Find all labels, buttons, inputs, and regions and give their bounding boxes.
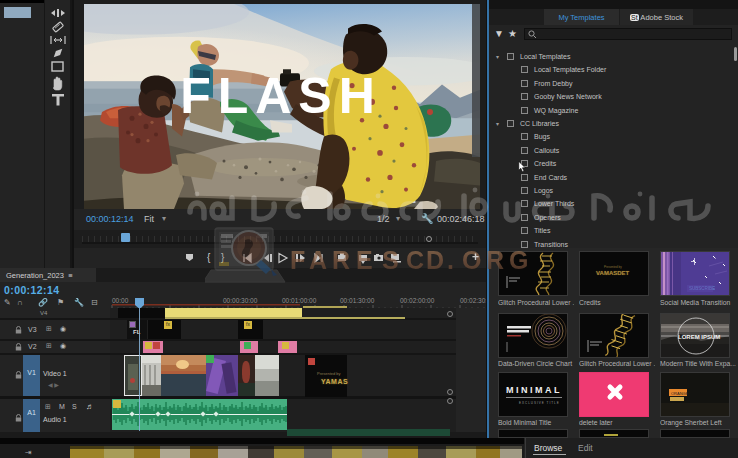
svg-text:{: { <box>207 252 211 263</box>
svg-text:ORANGE: ORANGE <box>671 391 689 396</box>
svg-text:LOREM IPSUM: LOREM IPSUM <box>678 334 720 340</box>
svg-text:00:00:30:00: 00:00:30:00 <box>223 297 258 304</box>
svg-text:00:02:00:00: 00:02:00:00 <box>400 297 435 304</box>
svg-text:00:01:00:00: 00:01:00:00 <box>282 297 317 304</box>
svg-text:}: } <box>221 252 225 263</box>
svg-text:00:01:30:00: 00:01:30:00 <box>340 297 375 304</box>
svg-text:00:02:30:00: 00:02:30:00 <box>460 297 486 304</box>
svg-text:00:00: 00:00 <box>112 297 129 304</box>
